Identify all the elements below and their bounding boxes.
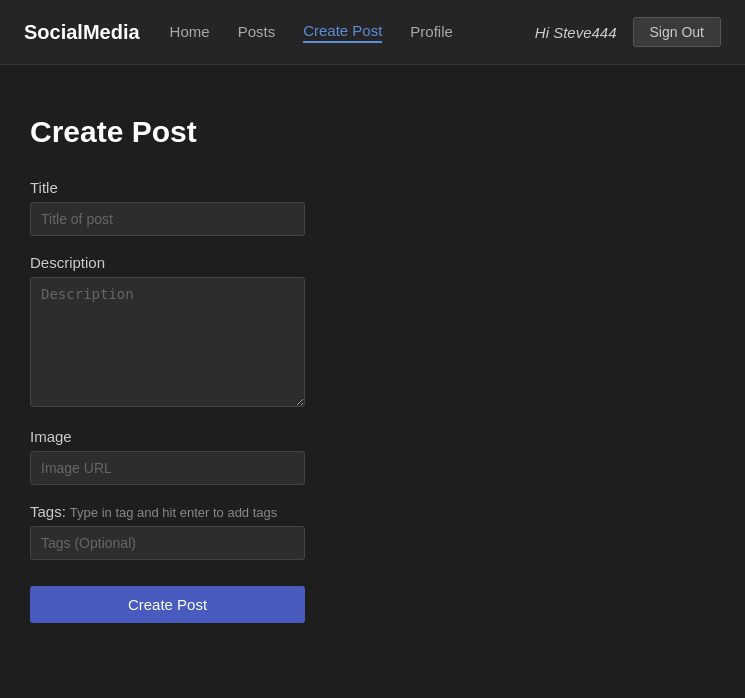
tags-hint: Type in tag and hit enter to add tags — [70, 505, 277, 520]
image-input[interactable] — [30, 451, 305, 485]
description-textarea[interactable] — [30, 277, 305, 407]
tags-group: Tags:Type in tag and hit enter to add ta… — [30, 503, 715, 560]
main-content: Create Post Title Description Image Tags… — [0, 65, 745, 681]
title-group: Title — [30, 179, 715, 236]
tags-input[interactable] — [30, 526, 305, 560]
user-greeting: Hi Steve444 — [535, 24, 617, 41]
nav-links: Home Posts Create Post Profile — [170, 22, 535, 43]
page-title: Create Post — [30, 115, 715, 149]
navbar: SocialMedia Home Posts Create Post Profi… — [0, 0, 745, 65]
title-input[interactable] — [30, 202, 305, 236]
nav-link-profile[interactable]: Profile — [410, 23, 453, 42]
nav-link-create-post[interactable]: Create Post — [303, 22, 382, 43]
tags-label: Tags:Type in tag and hit enter to add ta… — [30, 503, 715, 520]
description-group: Description — [30, 254, 715, 410]
image-group: Image — [30, 428, 715, 485]
create-post-button[interactable]: Create Post — [30, 586, 305, 623]
nav-link-posts[interactable]: Posts — [238, 23, 276, 42]
navbar-right: Hi Steve444 Sign Out — [535, 17, 721, 47]
nav-link-home[interactable]: Home — [170, 23, 210, 42]
description-label: Description — [30, 254, 715, 271]
brand-logo: SocialMedia — [24, 21, 140, 44]
create-post-form: Title Description Image Tags:Type in tag… — [30, 179, 715, 623]
signout-button[interactable]: Sign Out — [633, 17, 721, 47]
title-label: Title — [30, 179, 715, 196]
image-label: Image — [30, 428, 715, 445]
submit-group: Create Post — [30, 578, 715, 623]
